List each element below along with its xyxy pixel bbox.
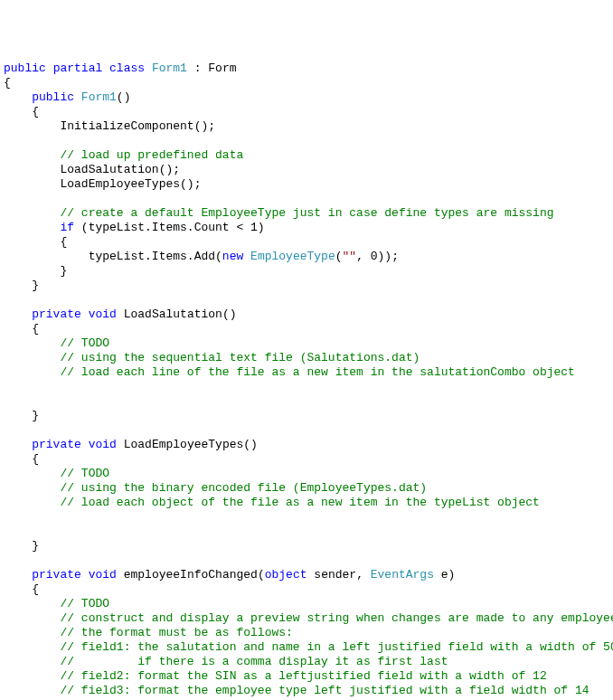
comment-todo: // TODO — [60, 336, 109, 350]
brace-open: { — [32, 452, 39, 466]
keyword-class: class — [109, 61, 145, 75]
keyword-object: object — [265, 568, 307, 582]
type-employeetype: EmployeeType — [250, 250, 335, 263]
init-component-call: InitializeComponent(); — [60, 119, 215, 133]
brace-close: } — [60, 264, 67, 278]
method-employee-info-changed: employeeInfoChanged — [124, 568, 258, 582]
keyword-partial: partial — [53, 61, 103, 75]
comment: // the format must be as follows: — [60, 626, 292, 639]
brace-close: } — [32, 279, 39, 292]
typelist-add-prefix: typeList.Items.Add( — [89, 250, 222, 263]
keyword-private: private — [32, 568, 81, 582]
if-condition: (typeList.Items.Count < 1) — [74, 221, 265, 234]
param-e: e) — [434, 568, 455, 582]
keyword-new: new — [222, 250, 243, 263]
keyword-public: public — [32, 90, 74, 104]
typelist-add-suffix: , 0)); — [356, 250, 399, 263]
comment: // using the binary encoded file (Employ… — [60, 481, 427, 495]
method-load-employee-types: LoadEmployeeTypes — [124, 438, 244, 451]
comment: // field1: the salutation and name in a … — [60, 640, 613, 654]
colon: : — [187, 61, 208, 75]
method-parens: () — [243, 438, 258, 451]
open-paren: ( — [258, 568, 265, 582]
brace-open: { — [32, 105, 39, 118]
code-block: public partial class Form1 : Form { publ… — [4, 61, 609, 700]
brace-open: { — [4, 76, 11, 90]
keyword-private: private — [32, 307, 81, 321]
comment: // load each line of the file as a new i… — [60, 365, 575, 379]
keyword-void: void — [89, 438, 117, 451]
keyword-private: private — [32, 438, 81, 451]
comment: // field2: format the SIN as a leftjusti… — [60, 669, 546, 683]
comment: // load each object of the file as a new… — [60, 496, 540, 509]
method-parens: () — [222, 307, 237, 321]
brace-open: { — [32, 582, 39, 596]
comment: // construct and display a preview strin… — [60, 611, 613, 625]
type-form1: Form1 — [152, 61, 187, 75]
method-load-salutation: LoadSalutation — [124, 307, 222, 321]
comment: // load up predefined data — [60, 148, 243, 162]
param-sender: sender, — [307, 568, 371, 582]
comment: // field3: format the employee type left… — [60, 684, 589, 697]
keyword-if: if — [60, 221, 74, 234]
load-salutation-call: LoadSalutation — [60, 163, 158, 176]
brace-close: } — [32, 539, 39, 553]
comment-todo: // TODO — [60, 597, 109, 610]
brace-open: { — [32, 322, 39, 336]
comment-todo: // TODO — [60, 467, 109, 480]
keyword-void: void — [89, 568, 117, 582]
call-parens: (); — [159, 163, 180, 176]
brace-open: { — [60, 235, 67, 249]
keyword-void: void — [89, 307, 117, 321]
comment: // create a default EmployeeType just in… — [60, 206, 553, 220]
keyword-public: public — [4, 61, 46, 75]
open-paren: ( — [335, 250, 343, 263]
type-eventargs: EventArgs — [371, 568, 434, 582]
string-empty: "" — [343, 250, 357, 263]
ctor-parens: () — [117, 90, 131, 104]
load-employee-types-call: LoadEmployeeTypes — [60, 177, 180, 191]
base-class: Form — [208, 61, 236, 75]
call-parens: (); — [180, 177, 201, 191]
brace-close: } — [32, 409, 39, 422]
comment: // using the sequential text file (Salut… — [60, 351, 420, 364]
comment: // if there is a comma display it as fir… — [60, 655, 448, 668]
ctor-name: Form1 — [81, 90, 117, 104]
